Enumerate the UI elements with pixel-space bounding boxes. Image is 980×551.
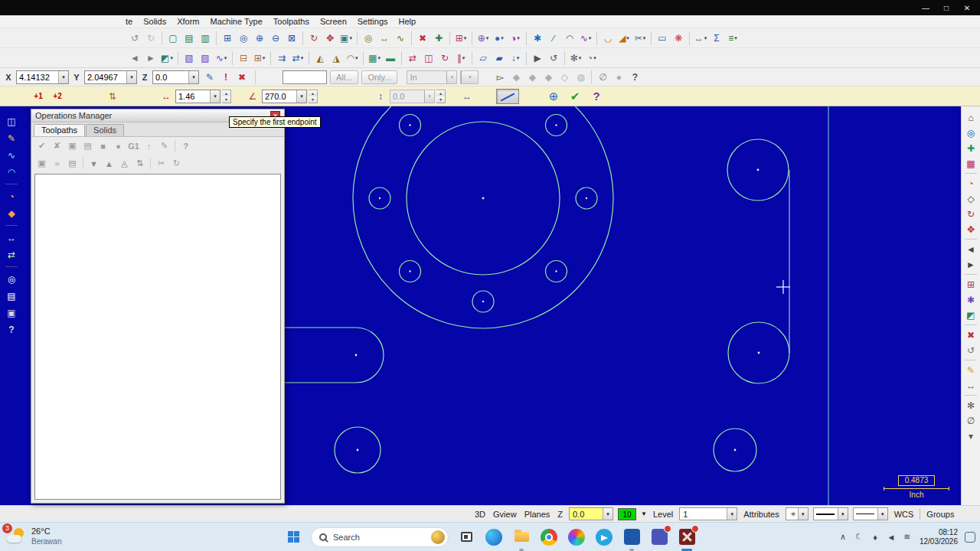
ribbon-z-dropdown-arrow-icon[interactable]: ▾ xyxy=(424,90,434,103)
ops-toggle-lock-icon[interactable]: ▣ xyxy=(65,139,80,153)
quickmask-quadrant-icon[interactable]: ◇ xyxy=(557,70,572,85)
ops-toggle-post-icon[interactable]: ▤ xyxy=(80,139,95,153)
microphone-icon[interactable]: ♦ xyxy=(870,531,880,543)
autocursor-config-icon[interactable]: ! xyxy=(218,70,234,85)
color-cycle-icon[interactable]: ◩ xyxy=(963,308,978,322)
clock-widget[interactable]: 08:12 12/03/2026 xyxy=(920,528,958,546)
select-polygon-icon[interactable]: ▨ xyxy=(198,51,213,66)
maximize-button[interactable]: □ xyxy=(936,2,956,14)
xform-offset-icon[interactable]: ∥▾ xyxy=(453,51,469,66)
view-manager-icon[interactable]: ◩▾ xyxy=(159,51,175,66)
new-file-icon[interactable]: ▢ xyxy=(165,31,181,46)
ops-g1-icon[interactable]: G1 xyxy=(126,139,141,153)
taskbar-search-box[interactable]: Search xyxy=(311,527,449,547)
menu-solids[interactable]: Solids xyxy=(139,16,171,27)
ribbon-help-icon[interactable]: ? xyxy=(588,89,605,104)
length-dropdown-arrow-icon[interactable]: ▾ xyxy=(210,90,220,103)
zoom-fit-icon[interactable]: ⊠ xyxy=(284,31,299,46)
view-sphere-icon[interactable]: ●▾ xyxy=(492,31,507,46)
ops-swap-icon[interactable]: ⇅ xyxy=(132,157,147,171)
level-combo[interactable]: 1 ▾ xyxy=(679,507,737,520)
create-line-icon[interactable]: ∕ xyxy=(546,31,561,46)
side-sketch-icon[interactable]: ✎ xyxy=(3,131,20,145)
xform-mirror-icon[interactable]: ◫ xyxy=(421,51,436,66)
xform-rotate-icon[interactable]: ↻ xyxy=(437,51,452,66)
undo-view-icon[interactable]: ↺ xyxy=(963,343,978,357)
volume-icon[interactable]: ◄ xyxy=(886,531,897,543)
delete-entities-icon[interactable]: ✖ xyxy=(415,31,430,46)
repaint-icon[interactable]: ▣▾ xyxy=(338,31,354,46)
dropdown-arrow-icon[interactable]: ▾ xyxy=(224,55,227,61)
zoom-in-icon[interactable]: ⊕ xyxy=(252,31,267,46)
fit-screen-icon[interactable]: ⌂ xyxy=(963,110,978,125)
plane-select-icon[interactable]: ◑▾ xyxy=(508,31,523,46)
side-view-icon[interactable]: ◎ xyxy=(3,272,20,286)
angle-dropdown-arrow-icon[interactable]: ▾ xyxy=(296,90,306,103)
tab-solids[interactable]: Solids xyxy=(86,124,124,136)
side-curve-icon[interactable]: ∿ xyxy=(3,148,20,162)
hidden-icons-chevron[interactable]: ∧ xyxy=(838,531,848,543)
dropdown-arrow-icon[interactable]: ▾ xyxy=(170,55,173,61)
surface-flat-icon[interactable]: ▬ xyxy=(383,51,398,66)
ops-move-up-icon[interactable]: ▲ xyxy=(102,157,116,171)
view-3d-button[interactable]: 3D xyxy=(473,510,487,519)
dropdown-arrow-icon[interactable]: ▾ xyxy=(355,55,358,61)
minimize-button[interactable]: — xyxy=(916,2,936,14)
dropdown-arrow-icon[interactable]: ▾ xyxy=(464,35,467,41)
prev-view-icon[interactable]: ◄ xyxy=(127,51,142,66)
backplot-icon[interactable]: ↺ xyxy=(546,51,561,66)
ops-help-icon[interactable]: ? xyxy=(178,139,193,153)
ops-wave-icon[interactable]: ≈ xyxy=(50,157,64,171)
note-tool-icon[interactable]: ✎ xyxy=(963,363,978,377)
z-coordinate-input[interactable] xyxy=(153,73,188,82)
ops-insert-icon[interactable]: ◬ xyxy=(117,157,132,171)
select-inside-icon[interactable]: ◍ xyxy=(573,70,588,85)
side-dimension-icon[interactable]: ↔ xyxy=(3,230,20,245)
menu-xform[interactable]: Xform xyxy=(172,16,204,27)
dropdown-arrow-icon[interactable]: ▾ xyxy=(626,35,629,41)
file-explorer-button[interactable] xyxy=(511,527,531,547)
y-dropdown-arrow-icon[interactable]: ▾ xyxy=(126,71,136,83)
tab-toolpaths[interactable]: Toolpaths xyxy=(34,124,85,136)
dropdown-arrow-icon[interactable]: ▾ xyxy=(517,35,520,41)
select-none-icon[interactable]: ∅ xyxy=(595,70,610,85)
analyze-dynamic-icon[interactable]: ∿ xyxy=(393,31,408,46)
select-all-button[interactable]: All... xyxy=(330,70,358,84)
line-width-combo[interactable]: ▾ xyxy=(853,507,888,520)
line-style-dropdown-arrow-icon[interactable]: ▾ xyxy=(838,508,848,520)
level-dropdown-arrow-icon[interactable]: ▾ xyxy=(727,508,737,520)
network-icon[interactable]: ≋ xyxy=(902,531,913,543)
dropdown-arrow-icon[interactable]: ▾ xyxy=(593,55,596,61)
sigma-icon[interactable]: Σ xyxy=(709,31,724,46)
wireframe-icon[interactable]: ◇ xyxy=(963,191,978,206)
side-solid-icon[interactable]: ◆ xyxy=(3,206,20,220)
level-button[interactable]: Level xyxy=(652,510,675,519)
toolpath-contour-icon[interactable]: ▱ xyxy=(475,51,491,66)
grid-toggle-icon[interactable]: ⊞ xyxy=(963,277,978,292)
dropdown-arrow-icon[interactable]: ▾ xyxy=(301,55,304,61)
in-dropdown-arrow-icon[interactable]: ▾ xyxy=(446,71,456,83)
group-manage-icon[interactable]: ⊞▾ xyxy=(252,51,267,66)
point-style-combo[interactable]: ✳ ▾ xyxy=(786,507,808,520)
ops-select-none-icon[interactable]: ✘ xyxy=(50,139,64,153)
x-coordinate-input[interactable] xyxy=(17,73,58,82)
length-icon[interactable]: ↔ xyxy=(158,89,174,104)
level-copy-icon[interactable]: ⇄▾ xyxy=(290,51,305,66)
delete-selected-icon[interactable]: ✖ xyxy=(963,328,978,342)
next-view-icon[interactable]: ► xyxy=(143,51,158,66)
side-help-icon[interactable]: ? xyxy=(3,322,20,337)
dropdown-arrow-icon[interactable]: ▾ xyxy=(704,35,707,41)
mini-dropdown-arrow-icon[interactable]: ▾ xyxy=(461,71,478,83)
first-endpoint-icon[interactable]: +1 xyxy=(29,89,47,104)
telegram-button[interactable] xyxy=(594,527,614,547)
ops-post-icon[interactable]: ↑ xyxy=(142,139,156,153)
mastercam-app-button[interactable] xyxy=(677,527,697,547)
level-move-icon[interactable]: ⇉ xyxy=(274,51,289,66)
override-icon[interactable]: ✖ xyxy=(234,70,250,85)
analyze-position-icon[interactable]: ◎ xyxy=(361,31,376,46)
solid-extrude-icon[interactable]: ◭ xyxy=(312,51,328,66)
angle-icon[interactable]: ∠ xyxy=(245,89,260,104)
side-arc-icon[interactable]: ◠ xyxy=(3,165,20,179)
machine-sim-icon[interactable]: ▶ xyxy=(530,51,545,66)
fastpoint-icon[interactable]: ✎ xyxy=(202,70,217,85)
